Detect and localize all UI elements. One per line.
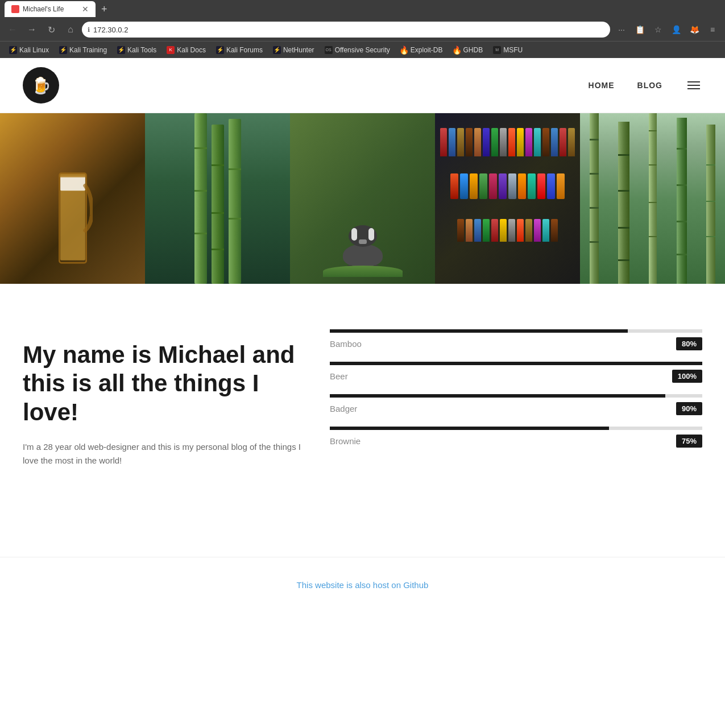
bookmark-offensive-security-label: Offensive Security <box>335 46 390 54</box>
more-button[interactable]: ··· <box>614 22 629 38</box>
bottle-1 <box>440 128 447 156</box>
bookmark-ghdb-label: GHDB <box>463 46 483 54</box>
right-column: Bamboo 80% Beer 100% <box>330 318 702 523</box>
browser-toolbar: ← → ↻ ⌂ ℹ 172.30.0.2 ··· 📋 ☆ 👤 🦊 ≡ <box>0 18 725 41</box>
hamburger-line-3 <box>687 88 700 89</box>
home-button[interactable]: ⌂ <box>63 22 78 38</box>
bookmark-nethunter[interactable]: ⚡ NetHunter <box>268 45 319 55</box>
browser-chrome: Michael's Life ✕ + ← → ↻ ⌂ ℹ 172.30.0.2 … <box>0 0 725 58</box>
profile-button[interactable]: 👤 <box>668 22 684 38</box>
can-7 <box>508 173 516 199</box>
bookmark-ghdb[interactable]: 🔥 GHDB <box>448 45 487 55</box>
bottle-14 <box>551 128 558 156</box>
bottle-7 <box>491 128 498 156</box>
btl3-8 <box>517 219 524 242</box>
new-tab-button[interactable]: + <box>98 3 111 15</box>
btl3-7 <box>508 219 515 242</box>
bookmark-kali-tools[interactable]: ⚡ Kali Tools <box>113 45 161 55</box>
site-nav: HOME BLOG <box>589 79 702 92</box>
bottle-16 <box>568 128 575 156</box>
progress-brownie: Brownie 75% <box>330 427 702 448</box>
progress-beer: Beer 100% <box>330 362 702 383</box>
badger-badge: 90% <box>676 402 702 415</box>
bottle-10 <box>517 128 524 156</box>
bookmark-kali-docs[interactable]: K Kali Docs <box>162 45 210 55</box>
hamburger-line-2 <box>687 85 700 86</box>
main-content: My name is Michael and this is all the t… <box>0 284 725 557</box>
bookmark-kali-docs-label: Kali Docs <box>177 46 206 54</box>
github-link[interactable]: This website is also host on Github <box>297 580 429 590</box>
can-5 <box>489 173 497 199</box>
nethunter-favicon: ⚡ <box>273 46 281 54</box>
badger-progress-track <box>330 394 702 398</box>
progress-bamboo: Bamboo 80% <box>330 329 702 350</box>
bottle-4 <box>466 128 473 156</box>
tab-title: Michael's Life <box>23 5 64 13</box>
bamboo-label-row: Bamboo 80% <box>330 337 702 350</box>
bookmark-kali-tools-label: Kali Tools <box>127 46 156 54</box>
brownie-progress-track <box>330 427 702 430</box>
firefox-button[interactable]: 🦊 <box>686 22 702 38</box>
address-bar[interactable]: ℹ 172.30.0.2 <box>82 22 610 38</box>
bookmark-kali-linux[interactable]: ⚡ Kali Linux <box>5 45 53 55</box>
btl3-6 <box>500 219 507 242</box>
bottle-2 <box>449 128 455 156</box>
hamburger-menu-button[interactable] <box>685 79 702 92</box>
can-4 <box>479 173 487 199</box>
btl3-9 <box>525 219 532 242</box>
kali-docs-favicon: K <box>167 46 175 54</box>
bookmark-kali-forums-label: Kali Forums <box>226 46 263 54</box>
progress-badger: Badger 90% <box>330 394 702 415</box>
can-8 <box>518 173 526 199</box>
bookmark-kali-forums[interactable]: ⚡ Kali Forums <box>212 45 267 55</box>
menu-button[interactable]: ≡ <box>705 22 720 38</box>
bottle-row-3 <box>435 216 580 245</box>
pocket-button[interactable]: 📋 <box>632 22 648 38</box>
bookmark-exploit-db[interactable]: 🔥 Exploit-DB <box>396 45 448 55</box>
btl3-12 <box>551 219 558 242</box>
site-footer: This website is also host on Github <box>0 557 725 613</box>
bookmark-offensive-security[interactable]: OS Offensive Security <box>320 45 395 55</box>
bookmark-kali-linux-label: Kali Linux <box>19 46 49 54</box>
bamboo-forest-stalks <box>580 113 725 284</box>
bookmark-button[interactable]: ☆ <box>650 22 666 38</box>
beer-label-row: Beer 100% <box>330 370 702 383</box>
brownie-progress-fill <box>330 427 609 430</box>
logo-icon: 🍺 <box>31 76 51 95</box>
hero-image-bamboo-forest <box>580 113 725 284</box>
bottle-9 <box>508 128 515 156</box>
main-heading: My name is Michael and this is all the t… <box>23 341 307 427</box>
ghdb-favicon: 🔥 <box>453 46 461 54</box>
btl3-1 <box>457 219 464 242</box>
url-display: 172.30.0.2 <box>93 26 604 34</box>
refresh-button[interactable]: ↻ <box>43 22 59 38</box>
nav-blog-link[interactable]: BLOG <box>637 81 662 90</box>
left-column: My name is Michael and this is all the t… <box>23 318 307 523</box>
brownie-badge: 75% <box>676 435 702 448</box>
hero-images <box>0 113 725 284</box>
bottle-6 <box>483 128 490 156</box>
forward-button[interactable]: → <box>24 22 40 38</box>
bottle-11 <box>525 128 532 156</box>
bamboo-stalk-3 <box>229 119 241 284</box>
msfu-favicon: M <box>493 46 501 54</box>
toolbar-actions: ··· 📋 ☆ 👤 🦊 ≡ <box>614 22 720 38</box>
kali-linux-favicon: ⚡ <box>9 46 17 54</box>
back-button[interactable]: ← <box>5 22 20 38</box>
badger-label: Badger <box>330 404 357 413</box>
can-3 <box>470 173 478 199</box>
beer-progress-track <box>330 362 702 365</box>
active-tab[interactable]: Michael's Life ✕ <box>5 1 96 17</box>
kali-tools-favicon: ⚡ <box>117 46 125 54</box>
brownie-label-row: Brownie 75% <box>330 435 702 448</box>
tab-close-button[interactable]: ✕ <box>82 5 89 14</box>
kali-training-favicon: ⚡ <box>59 46 67 54</box>
can-2 <box>460 173 468 199</box>
btl3-3 <box>474 219 481 242</box>
nav-home-link[interactable]: HOME <box>589 81 615 90</box>
bookmark-kali-training[interactable]: ⚡ Kali Training <box>55 45 111 55</box>
tab-favicon <box>11 5 19 13</box>
bookmark-msfu-label: MSFU <box>503 46 523 54</box>
bookmark-msfu[interactable]: M MSFU <box>488 45 527 55</box>
site-logo: 🍺 <box>23 67 59 104</box>
